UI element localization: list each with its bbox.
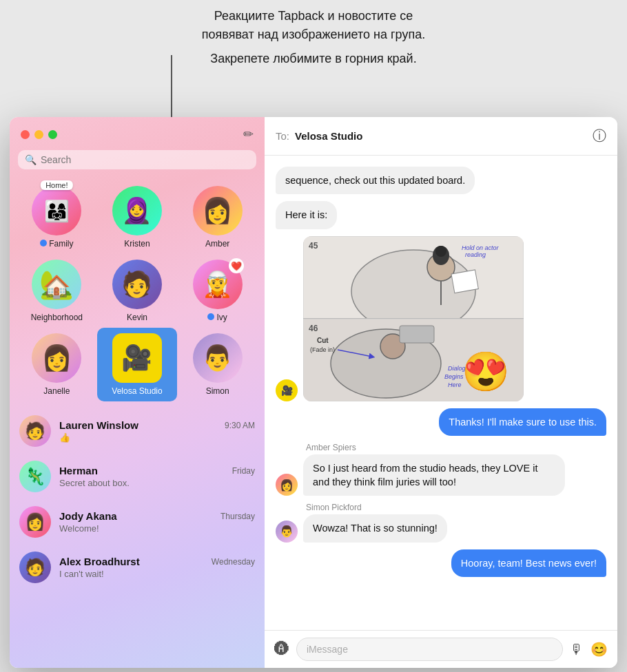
annotation-line-2: появяват над изображението на група. (202, 25, 425, 44)
pinned-item-ivy[interactable]: 🧝 ❤️ Ivy (177, 254, 258, 328)
sidebar: ✏ 🔍 👨‍👩‍👧 Home! Family 🧕 (10, 117, 265, 668)
ivy-avatar-emoji: 🧝 (202, 270, 233, 299)
search-bar: 🔍 (18, 150, 256, 169)
pinned-label-ivy: Ivy (207, 313, 227, 322)
lauren-content: Lauren Winslow 9:30 AM 👍 (59, 419, 255, 443)
svg-text:Hold on actor: Hold on actor (462, 244, 500, 251)
home-badge: Home! (41, 180, 72, 190)
msg-thanks: Thanks! I'll make sure to use this. (276, 408, 606, 436)
svg-text:45: 45 (309, 241, 318, 251)
conversation-item-lauren[interactable]: 🧑 Lauren Winslow 9:30 AM 👍 (10, 408, 265, 454)
pinned-item-amber[interactable]: 👩 Amber (177, 180, 258, 254)
conversation-item-herman[interactable]: 🦎 Herman Friday Secret about box. (10, 454, 265, 499)
simon-avatar-emoji: 👨 (202, 344, 233, 372)
jody-time: Thursday (220, 512, 255, 521)
kevin-avatar-emoji: 🧑 (121, 270, 152, 299)
svg-rect-7 (451, 270, 478, 293)
alex-name: Alex Broadhurst (59, 556, 140, 567)
kristen-avatar-emoji: 🧕 (121, 196, 152, 225)
storyboard-emoji-overlay: 😍 (462, 349, 510, 395)
pinned-label-neighborhood: Neighborhood (31, 313, 83, 322)
maximize-button[interactable] (48, 130, 57, 139)
pinned-label-family: Family (40, 239, 73, 249)
family-status-dot (40, 240, 47, 246)
velosa-avatar-emoji: 🎥 (121, 344, 152, 372)
conversation-list: 🧑 Lauren Winslow 9:30 AM 👍 🦎 Herman Frid… (10, 406, 265, 668)
audio-input-button[interactable]: 🎙 (570, 642, 584, 658)
ivy-heart-badge: ❤️ (229, 258, 244, 273)
annotation-line-3: Закрепете любимите в горния край. (210, 50, 416, 68)
pinned-item-janelle[interactable]: 👩 Janelle (17, 328, 97, 401)
svg-text:reading: reading (465, 251, 486, 258)
pinned-label-simon: Simon (206, 386, 229, 396)
jody-name: Jody Akana (59, 510, 117, 522)
svg-point-6 (435, 246, 446, 257)
family-avatar-emoji: 👨‍👩‍👧 (44, 199, 70, 223)
pinned-item-neighborhood[interactable]: 🏡 Neighborhood (17, 254, 97, 328)
alex-preview: I can't wait! (59, 569, 255, 579)
jody-avatar: 👩 (19, 506, 51, 538)
search-icon: 🔍 (25, 154, 37, 165)
conversation-item-jody[interactable]: 👩 Jody Akana Thursday Welcome! (10, 499, 265, 545)
alex-avatar: 🧑 (19, 552, 51, 583)
janelle-avatar-emoji: 👩 (41, 344, 72, 372)
msg-simon: Simon Pickford 👨 Wowza! That is so stunn… (276, 503, 606, 542)
lauren-avatar: 🧑 (19, 415, 51, 447)
conversation-item-alex[interactable]: 🧑 Alex Broadhurst Wednesday I can't wait… (10, 545, 265, 590)
input-bar: 🅐 iMessage 🎙 😊 (265, 630, 617, 668)
alex-content: Alex Broadhurst Wednesday I can't wait! (59, 556, 255, 579)
svg-text:46: 46 (309, 324, 318, 333)
amber-msg-avatar: 👩 (276, 474, 298, 496)
herman-avatar: 🦎 (19, 461, 51, 492)
bubble-sequence: sequence, check out this updated board. (276, 167, 475, 194)
msg-here-it-is: Here it is: (276, 201, 606, 229)
alex-time: Wednesday (212, 557, 255, 567)
pinned-item-velosa[interactable]: 🎥 Velosa Studio (97, 328, 178, 401)
neighborhood-avatar-emoji: 🏡 (39, 269, 74, 301)
annotation-line-1: Реакциите Tapback и новостите се (214, 7, 413, 25)
emoji-button[interactable]: 😊 (590, 641, 608, 658)
simon-sender-name: Simon Pickford (306, 503, 362, 512)
svg-text:Begins: Begins (444, 373, 464, 380)
msg-amber: Amber Spiers 👩 So I just heard from the … (276, 443, 606, 496)
storyboard-sender-avatar: 🎥 (276, 379, 298, 401)
chat-header: To: Velosa Studio ⓘ (265, 117, 617, 156)
svg-text:(Fade in): (Fade in) (310, 346, 335, 353)
title-bar: ✏ (10, 117, 265, 147)
simon-msg-avatar: 👨 (276, 521, 298, 543)
amber-sender-name: Amber Spiers (306, 443, 356, 452)
lauren-preview: 👍 (59, 432, 255, 443)
lauren-name: Lauren Winslow (59, 419, 138, 431)
pinned-item-kevin[interactable]: 🧑 Kevin (97, 254, 178, 328)
chat-to-name: Velosa Studio (295, 130, 362, 142)
storyboard-image: Hold on actor reading 45 (303, 236, 524, 401)
bubble-amber: So I just heard from the studio heads, t… (303, 454, 565, 496)
app-store-button[interactable]: 🅐 (274, 640, 289, 658)
msg-hooray: Hooray, team! Best news ever! (276, 549, 606, 577)
pinned-label-kevin: Kevin (127, 313, 147, 322)
herman-name: Herman (59, 465, 98, 476)
compose-button[interactable]: ✏ (243, 127, 254, 142)
svg-text:Here: Here (448, 381, 462, 388)
jody-content: Jody Akana Thursday Welcome! (59, 510, 255, 534)
pinned-contacts-grid: 👨‍👩‍👧 Home! Family 🧕 Kristen 👩 A (10, 176, 265, 406)
search-input[interactable] (41, 154, 249, 165)
chat-info-button[interactable]: ⓘ (593, 127, 606, 145)
annotation-area: Реакциите Tapback и новостите се появява… (0, 0, 627, 117)
ivy-status-dot (207, 313, 214, 320)
msg-storyboard: 🎥 (276, 236, 606, 401)
minimize-button[interactable] (34, 130, 43, 139)
herman-time: Friday (232, 466, 255, 476)
amber-avatar-emoji: 👩 (202, 196, 233, 225)
jody-preview: Welcome! (59, 523, 255, 534)
msg-sequence: sequence, check out this updated board. (276, 167, 606, 194)
bubble-here-it-is: Here it is: (276, 201, 337, 229)
pinned-label-amber: Amber (205, 239, 229, 249)
pinned-label-kristen: Kristen (124, 239, 150, 249)
message-input-placeholder: iMessage (307, 644, 348, 655)
pinned-item-simon[interactable]: 👨 Simon (177, 328, 258, 401)
pinned-item-kristen[interactable]: 🧕 Kristen (97, 180, 178, 254)
close-button[interactable] (21, 130, 30, 139)
pinned-item-family[interactable]: 👨‍👩‍👧 Home! Family (17, 180, 97, 254)
message-input-field[interactable]: iMessage (296, 638, 563, 661)
